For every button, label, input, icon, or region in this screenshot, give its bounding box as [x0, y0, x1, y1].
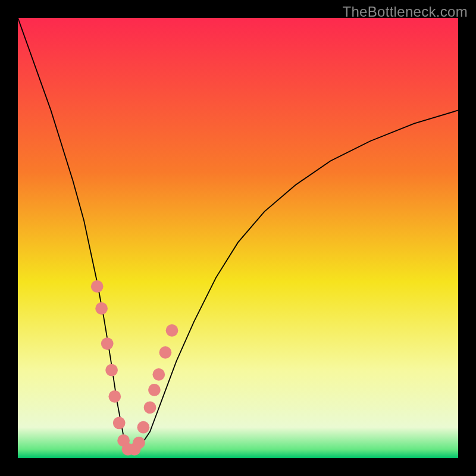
chart-frame: TheBottleneck.com — [0, 0, 476, 476]
sample-marker — [133, 437, 145, 449]
sample-marker — [108, 390, 121, 403]
sample-marker — [105, 364, 118, 377]
sample-marker — [159, 346, 172, 359]
sample-marker — [148, 384, 161, 396]
plot-background — [18, 18, 458, 458]
sample-marker — [91, 280, 104, 293]
sample-marker — [95, 302, 108, 315]
sample-marker — [113, 416, 126, 429]
sample-marker — [152, 368, 165, 381]
sample-marker — [101, 337, 114, 350]
sample-marker — [137, 421, 150, 434]
sample-marker — [144, 402, 156, 414]
sample-marker — [166, 324, 178, 337]
chart-canvas — [18, 18, 458, 458]
